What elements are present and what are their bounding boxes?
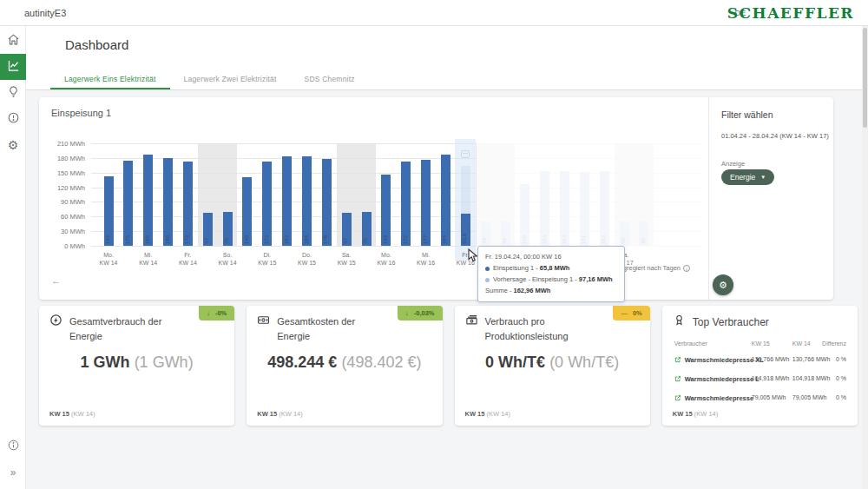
table-row: Warmschmiedepresse L 104,918 MWh 104,918…: [662, 372, 858, 391]
table-header-row: Verbraucher KW 15 KW 14 Differenz: [662, 337, 858, 353]
analytics-icon: [7, 59, 20, 76]
filter-title: Filter wählen: [721, 109, 773, 120]
sidebar-item-alerts[interactable]: [0, 106, 26, 132]
bar-einspeisung[interactable]: 175: [123, 161, 133, 246]
filter-date-range: 01.04.24 - 28.04.24 (KW 14 - KW 17): [721, 132, 829, 140]
sidebar-expand-button[interactable]: »: [0, 459, 26, 486]
expand-icon: »: [10, 466, 16, 479]
y-tick-label: 90 MWh: [39, 198, 85, 206]
bar-einspeisung[interactable]: 173: [183, 162, 193, 246]
gear-icon: ⚙: [8, 138, 19, 152]
card-top-verbraucher: Top Verbraucher Verbraucher KW 15 KW 14 …: [662, 306, 858, 426]
lightbulb-icon: [7, 85, 20, 102]
y-tick-label: 60 MWh: [39, 213, 85, 221]
sidebar-item-ideas[interactable]: [0, 80, 26, 106]
sidebar-item-analytics[interactable]: [0, 54, 26, 80]
tab-lagerwerk-zwei[interactable]: Lagerwerk Zwei Elektrizität: [170, 69, 291, 89]
y-tick-label: 0 MWh: [39, 242, 85, 250]
bar-einspeisung[interactable]: 142: [104, 176, 114, 246]
bar-einspeisung[interactable]: 173: [262, 162, 272, 246]
app-name: autinityE3: [24, 8, 66, 18]
scrollbar: [862, 26, 868, 489]
tab-bar: Lagerwerk Eins Elektrizität Lagerwerk Zw…: [50, 69, 369, 89]
sidebar-item-info[interactable]: [0, 433, 26, 459]
tooltip-row-vorhersage: Vorhersage - Einspeisung 1 - 97,16 MWh: [485, 274, 617, 285]
chart-back-arrow[interactable]: ←: [51, 275, 61, 286]
forecast-fade-overlay: [477, 136, 705, 249]
bar-vorhersage[interactable]: [461, 166, 470, 214]
x-tick-label: Mi.KW 16: [417, 251, 435, 268]
card-title: Top Verbraucher: [693, 314, 769, 330]
filter-panel: Filter wählen 01.04.24 - 28.04.24 (KW 14…: [709, 97, 833, 300]
tooltip-row-einspeisung: Einspeisung 1 - 65,8 MWh: [485, 262, 617, 274]
bar-einspeisung[interactable]: 146: [381, 175, 391, 246]
top-consumers-table: Verbraucher KW 15 KW 14 Differenz Warmsc…: [662, 337, 858, 410]
top-bar: autinityE3 DE SCHAEFFLER: [0, 0, 868, 26]
bar-einspeisung[interactable]: 67: [342, 213, 352, 246]
stat-cards-row: Gesamtverbrauch der Energie ↓-0% 1 GWh (…: [39, 306, 858, 426]
x-tick-label: Mo.KW 16: [377, 251, 395, 268]
banknote-icon: [257, 314, 270, 330]
y-tick-label: 180 MWh: [39, 155, 85, 162]
bar-einspeisung[interactable]: 184: [302, 156, 312, 246]
bar-einspeisung[interactable]: 70: [223, 212, 233, 246]
arrow-down-icon: ↓: [207, 309, 210, 317]
bar-einspeisung[interactable]: 70: [362, 212, 372, 246]
chart-card: Einspeisung 1 0 MWh30 MWh60 MWh90 MWh120…: [39, 97, 833, 300]
card-footer: KW 15 (KW 14): [673, 410, 719, 418]
bar-einspeisung[interactable]: 65,8: [461, 214, 470, 246]
bar-einspeisung[interactable]: 177: [421, 160, 431, 246]
external-link-icon[interactable]: [674, 376, 685, 382]
energy-circle-icon: [49, 314, 62, 330]
bar-einspeisung[interactable]: 180: [163, 158, 173, 246]
card-value: 0 Wh/T€ (0 Wh/T€): [455, 354, 650, 372]
bar-einspeisung[interactable]: 172: [401, 162, 411, 246]
home-icon: [7, 33, 20, 50]
series-dot-einspeisung: [485, 267, 490, 271]
bar-einspeisung[interactable]: 140: [242, 177, 252, 246]
external-link-icon[interactable]: [674, 395, 685, 401]
anzeige-label: Anzeige: [721, 160, 745, 168]
sidebar: ⚙ »: [0, 26, 26, 489]
card-value: 1 GWh (1 GWh): [39, 354, 234, 372]
card-footer: KW 15 (KW 14): [465, 410, 511, 418]
tab-sds-chemnitz[interactable]: SDS Chemnitz: [291, 69, 369, 89]
gear-icon: ⚙: [719, 280, 727, 291]
info-icon[interactable]: i: [683, 265, 690, 272]
schaeffler-logo: SCHAEFFLER: [727, 4, 854, 22]
cash-stack-icon: [465, 314, 478, 330]
bar-einspeisung[interactable]: 183: [282, 156, 292, 246]
card-value: 498.244 € (498.402 €): [247, 354, 442, 372]
x-tick-label: Do.KW 15: [298, 251, 316, 268]
card-gesamtkosten: Gesamtkosten der Energie ↓-0,03% 498.244…: [247, 306, 442, 426]
card-verbrauch-pro-produktion: Verbrauch pro Produktionsleistung —0% 0 …: [455, 306, 650, 426]
sidebar-item-settings[interactable]: ⚙: [0, 132, 26, 158]
bar-einspeisung[interactable]: 186: [441, 155, 450, 246]
y-tick-label: 150 MWh: [39, 169, 85, 177]
chart-settings-button[interactable]: ⚙: [713, 274, 733, 295]
tooltip-header: Fr. 19.04.24, 00:00 KW 16: [485, 251, 617, 262]
tab-lagerwerk-eins[interactable]: Lagerwerk Eins Elektrizität: [50, 69, 170, 89]
y-tick-label: 30 MWh: [39, 228, 85, 235]
card-title: Gesamtverbrauch der Energie: [69, 314, 179, 343]
energie-dropdown[interactable]: Energie▼: [721, 169, 774, 185]
page-title: Dashboard: [65, 37, 128, 52]
card-footer: KW 15 (KW 14): [257, 410, 303, 418]
x-tick-label: Di.KW 15: [258, 251, 276, 268]
trend-badge: ↓-0,03%: [398, 306, 443, 320]
bar-einspeisung[interactable]: 178: [322, 159, 332, 246]
x-tick-label: Sa.KW 15: [338, 251, 356, 268]
info-icon: [7, 439, 20, 455]
card-title: Verbrauch pro Produktionsleistung: [485, 314, 584, 343]
main-header: Dashboard Lagerwerk Eins Elektrizität La…: [26, 26, 862, 90]
scrollbar-thumb[interactable]: [863, 28, 867, 128]
forecast-marker-icon: [461, 150, 470, 158]
x-tick-label: Fr.KW 14: [179, 251, 197, 268]
card-gesamtverbrauch: Gesamtverbrauch der Energie ↓-0% 1 GWh (…: [39, 306, 234, 426]
sidebar-item-home[interactable]: [0, 28, 26, 54]
bar-einspeisung[interactable]: 186: [143, 155, 153, 246]
x-tick-label: Mo.KW 14: [99, 251, 117, 268]
series-dot-vorhersage: [485, 278, 490, 282]
bar-einspeisung[interactable]: 67: [203, 213, 213, 246]
external-link-icon[interactable]: [674, 357, 685, 363]
